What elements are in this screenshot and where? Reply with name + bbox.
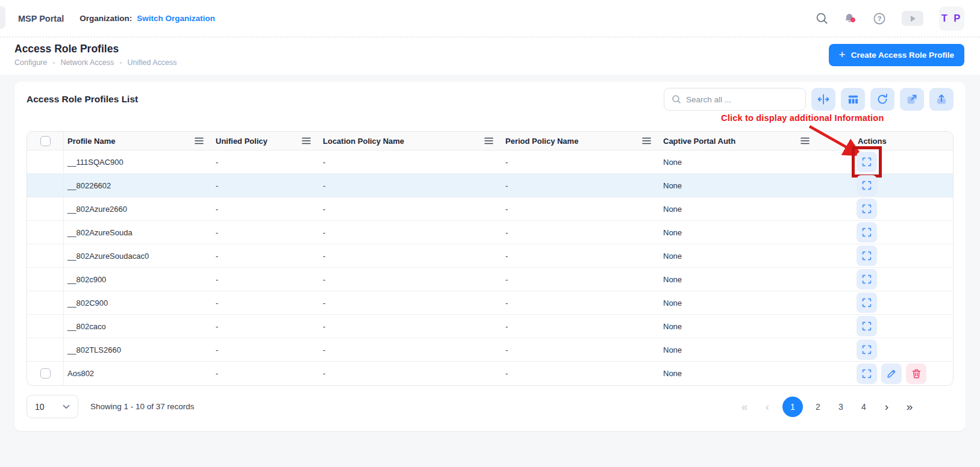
profile-name-cell: __802caco [64, 315, 212, 338]
column-resize-button[interactable] [811, 88, 835, 111]
unified-policy-cell: - [212, 315, 319, 338]
expand-details-button[interactable] [857, 199, 877, 219]
help-icon[interactable]: ? [873, 12, 886, 25]
plus-icon: + [839, 49, 846, 60]
previous-page-button[interactable]: ‹ [760, 397, 775, 417]
breadcrumb-item-network-access[interactable]: Network Access [60, 58, 114, 67]
columns-icon [847, 94, 859, 105]
column-header-unified-policy[interactable]: Unified Policy [216, 137, 311, 146]
brand-title: MSP Portal [18, 14, 64, 23]
period-policy-cell: - [502, 197, 660, 221]
unified-policy-cell: - [212, 244, 319, 268]
column-menu-icon[interactable] [484, 137, 493, 144]
first-page-button[interactable]: « [737, 397, 752, 417]
svg-text:?: ? [877, 15, 881, 22]
table-row[interactable]: __802caco - - - None [27, 315, 953, 338]
location-policy-cell: - [319, 338, 502, 362]
column-header-profile-name[interactable]: Profile Name [67, 137, 204, 146]
video-tutorial-icon[interactable] [902, 11, 923, 26]
expand-icon [862, 181, 872, 190]
access-role-profiles-card: Access Role Profiles List [14, 82, 966, 431]
page-4-button[interactable]: 4 [856, 397, 872, 417]
column-menu-icon[interactable] [302, 137, 311, 144]
captive-portal-auth-cell: None [660, 197, 818, 221]
breadcrumb-separator: - [52, 58, 55, 67]
table-row[interactable]: Aos802 - - - None [27, 362, 953, 385]
column-menu-icon[interactable] [642, 137, 651, 144]
notifications-bell-icon[interactable] [844, 12, 857, 25]
unified-policy-cell: - [212, 268, 319, 291]
expand-details-button[interactable] [857, 316, 877, 336]
expand-details-button[interactable] [857, 292, 877, 313]
breadcrumb-item-unified-access[interactable]: Unified Access [127, 58, 176, 67]
expand-details-button[interactable] [857, 246, 877, 266]
last-page-button[interactable]: » [902, 397, 917, 417]
table-search-box[interactable] [664, 88, 806, 111]
export-upload-button[interactable] [929, 88, 953, 111]
expand-icon [862, 369, 872, 379]
captive-portal-auth-cell: None [660, 244, 818, 268]
column-menu-icon[interactable] [801, 137, 810, 144]
expand-details-button[interactable] [857, 175, 877, 196]
switch-organization-link[interactable]: Switch Organization [137, 14, 215, 23]
expand-icon [862, 204, 872, 214]
column-header-actions: Actions [858, 137, 887, 146]
page-2-button[interactable]: 2 [810, 397, 826, 417]
location-policy-cell: - [319, 150, 502, 174]
unified-policy-cell: - [212, 221, 319, 244]
table-row[interactable]: __80226602 - - - None [27, 174, 953, 197]
trash-icon [912, 369, 921, 379]
search-icon[interactable] [815, 12, 828, 25]
refresh-button[interactable] [870, 88, 894, 111]
table-row[interactable]: __802AzureSoudacac0 - - - None [27, 244, 953, 268]
page-size-select[interactable]: 10 [27, 395, 78, 418]
row-checkbox[interactable] [40, 368, 51, 379]
column-header-captive-portal-auth[interactable]: Captive Portal Auth [663, 137, 810, 146]
captive-portal-auth-cell: None [660, 150, 818, 174]
captive-portal-auth-cell: None [660, 338, 818, 362]
period-policy-cell: - [502, 338, 660, 362]
table-header-row: Profile Name Unified Policy Location Pol… [27, 132, 953, 150]
page-title: Access Role Profiles [14, 43, 176, 55]
refresh-icon [876, 93, 888, 105]
captive-portal-auth-cell: None [660, 268, 818, 291]
pagination: « ‹ 1 2 3 4 › » [737, 397, 917, 417]
create-access-role-profile-button[interactable]: + Create Access Role Profile [829, 44, 964, 66]
search-all-input[interactable] [686, 95, 798, 104]
unified-policy-cell: - [212, 362, 319, 385]
table-row[interactable]: __802c900 - - - None [27, 268, 953, 291]
column-header-location-policy[interactable]: Location Policy Name [323, 137, 493, 146]
page-1-button[interactable]: 1 [782, 397, 803, 417]
open-external-button[interactable] [900, 88, 924, 111]
location-policy-cell: - [319, 315, 502, 338]
table-row[interactable]: __802C900 - - - None [27, 291, 953, 315]
page-header: Access Role Profiles Configure - Network… [0, 37, 980, 75]
delete-button[interactable] [906, 363, 926, 384]
expand-details-button[interactable] [857, 339, 877, 360]
page-3-button[interactable]: 3 [833, 397, 849, 417]
next-page-button[interactable]: › [879, 397, 894, 417]
table-row[interactable]: __802AzureSouda - - - None [27, 221, 953, 244]
column-menu-icon[interactable] [195, 137, 204, 144]
table-row[interactable]: __111SQAC900 - - - None [27, 150, 953, 174]
user-avatar[interactable]: T P [939, 7, 964, 31]
captive-portal-auth-cell: None [660, 291, 818, 315]
expand-details-button[interactable] [857, 363, 877, 384]
expand-icon [862, 298, 872, 308]
annotation-text: Click to display additional Information [721, 113, 920, 123]
sidebar-edge-tab[interactable] [0, 6, 5, 29]
expand-details-button[interactable] [857, 222, 877, 243]
table-row[interactable]: __802TLS2660 - - - None [27, 338, 953, 362]
breadcrumb: Configure - Network Access - Unified Acc… [14, 58, 176, 67]
table-row[interactable]: __802Azure2660 - - - None [27, 197, 953, 221]
breadcrumb-item-configure[interactable]: Configure [14, 58, 47, 67]
profile-name-cell: __802Azure2660 [64, 197, 212, 221]
expand-details-button[interactable] [857, 152, 877, 172]
columns-settings-button[interactable] [841, 88, 865, 111]
select-all-checkbox[interactable] [40, 136, 51, 146]
edit-button[interactable] [881, 363, 902, 384]
location-policy-cell: - [319, 197, 502, 221]
period-policy-cell: - [502, 291, 660, 315]
column-header-period-policy[interactable]: Period Policy Name [505, 137, 651, 146]
expand-details-button[interactable] [857, 269, 877, 289]
